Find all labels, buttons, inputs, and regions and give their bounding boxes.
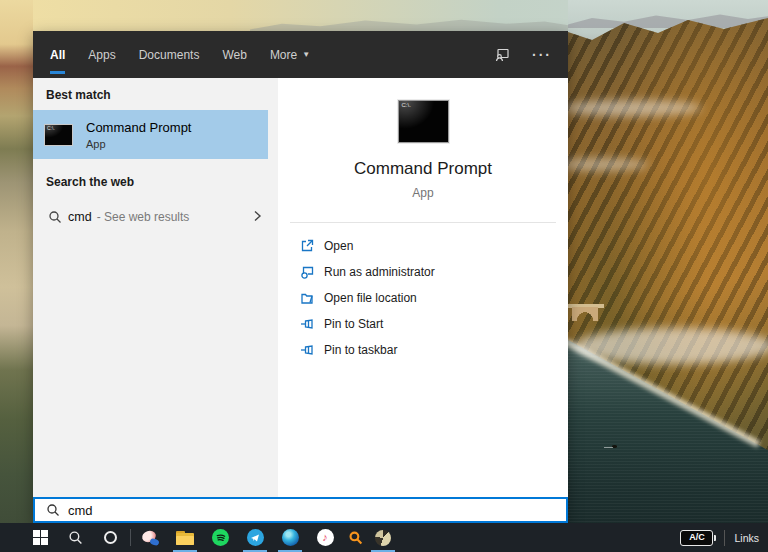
run-as-admin-icon [300, 265, 315, 279]
tab-documents-label: Documents [139, 48, 200, 62]
tab-documents[interactable]: Documents [139, 31, 200, 78]
wallpaper-fog [562, 100, 702, 116]
action-list: Open Run as administrator [278, 223, 568, 363]
cmd-terminal-icon-large [398, 100, 449, 143]
wallpaper-coast-fog [574, 328, 768, 364]
taskbar-search-box[interactable] [33, 497, 568, 523]
tab-web-label: Web [222, 48, 246, 62]
action-run-as-administrator[interactable]: Run as administrator [300, 259, 568, 285]
cortana-icon [104, 531, 117, 544]
result-preview-pane: Command Prompt App Open [278, 78, 568, 497]
preview-title: Command Prompt [354, 159, 492, 179]
clock-app-icon [375, 530, 391, 546]
tray-separator [724, 530, 725, 546]
action-open[interactable]: Open [300, 233, 568, 259]
tab-all[interactable]: All [50, 31, 65, 78]
pinned-app-button[interactable] [137, 523, 163, 552]
wallpaper-bridge [568, 304, 604, 322]
taskbar-search-button[interactable] [62, 523, 88, 552]
file-location-icon [300, 291, 315, 305]
wallpaper-distant-mountains [250, 15, 570, 31]
chevron-down-icon: ▼ [302, 50, 310, 59]
taskbar-separator [130, 529, 131, 546]
clock-app-button[interactable] [370, 523, 396, 552]
search-tool-icon [348, 530, 363, 545]
open-icon [300, 239, 315, 253]
search-tool-button[interactable] [342, 523, 368, 552]
battery-indicator[interactable]: A/C [680, 530, 713, 546]
search-results-list: Best match Command Prompt App Search the… [33, 78, 278, 497]
wallpaper-right-strip [568, 0, 768, 552]
pin-to-start-icon [300, 317, 315, 331]
tab-more-label: More [270, 48, 297, 62]
more-options-icon[interactable]: ··· [532, 47, 552, 63]
start-icon [33, 530, 48, 545]
music-app-icon: ♪ [317, 529, 334, 546]
pin-to-taskbar-icon [300, 343, 315, 357]
wallpaper-far-ridge [568, 10, 768, 28]
telegram-button[interactable] [242, 523, 268, 552]
wallpaper-left-strip [0, 0, 33, 552]
cortana-button[interactable] [97, 523, 123, 552]
start-button[interactable] [27, 523, 53, 552]
web-result-row[interactable]: cmd - See web results [33, 199, 278, 235]
search-icon [48, 210, 62, 224]
system-tray: A/C Links [680, 523, 768, 552]
tab-web[interactable]: Web [222, 31, 246, 78]
web-query-text: cmd [68, 210, 92, 224]
music-app-button[interactable]: ♪ [312, 523, 338, 552]
web-hint-text: - See web results [97, 210, 190, 224]
telegram-icon [247, 529, 264, 546]
pinned-app-icon [142, 531, 159, 545]
tab-all-label: All [50, 48, 65, 62]
edge-button[interactable] [277, 523, 303, 552]
action-pin-to-start[interactable]: Pin to Start [300, 311, 568, 337]
spotify-button[interactable] [207, 523, 233, 552]
action-pin-to-taskbar[interactable]: Pin to taskbar [300, 337, 568, 363]
links-toolbar-label[interactable]: Links [734, 532, 759, 544]
search-input[interactable] [68, 503, 566, 518]
result-subtitle: App [86, 138, 191, 150]
search-filter-tabs-bar: All Apps Documents Web More ▼ ··· [33, 31, 568, 78]
result-title: Command Prompt [86, 120, 191, 135]
file-explorer-icon [176, 531, 194, 545]
chevron-right-icon[interactable] [250, 209, 264, 227]
tab-apps[interactable]: Apps [88, 31, 115, 78]
tab-apps-label: Apps [88, 48, 115, 62]
search-flyout-panel: All Apps Documents Web More ▼ ··· [33, 31, 568, 523]
tab-more[interactable]: More ▼ [270, 31, 310, 78]
best-match-result-row[interactable]: Command Prompt App [33, 110, 268, 159]
wallpaper-fog [554, 158, 649, 171]
action-open-file-location[interactable]: Open file location [300, 285, 568, 311]
feedback-icon[interactable] [494, 47, 510, 63]
search-icon [46, 503, 60, 517]
file-explorer-button[interactable] [172, 523, 198, 552]
taskbar: ♪ A/C Links [0, 523, 768, 552]
search-web-section-label: Search the web [33, 159, 278, 197]
cmd-terminal-icon [44, 124, 73, 146]
edge-icon [282, 529, 299, 546]
wallpaper-boat-wake [604, 447, 613, 448]
spotify-icon [212, 529, 229, 546]
preview-subtitle: App [412, 186, 433, 200]
search-icon [68, 530, 83, 545]
best-match-section-label: Best match [33, 78, 278, 110]
